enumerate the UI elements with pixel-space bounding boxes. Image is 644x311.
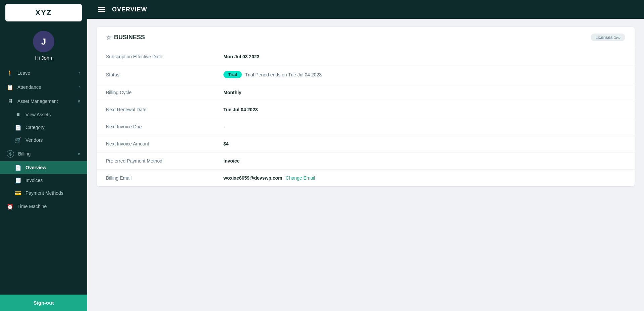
vendors-icon: 🛒 (15, 137, 21, 143)
card-header: ☆ BUSINESS Licenses 1/∞ (97, 27, 635, 48)
sidebar-sub-item-category[interactable]: 📄 Category (0, 121, 87, 134)
sidebar-nav: 🚶 Leave › 📋 Attendance › 🖥 Asset Managem… (0, 63, 87, 295)
app-logo: XYZ (5, 4, 82, 21)
sidebar-sub-item-label: Payment Methods (25, 190, 63, 196)
chevron-down-icon: ∨ (77, 151, 80, 156)
hamburger-menu[interactable] (97, 6, 107, 13)
value-next-invoice-amount: $4 (223, 141, 625, 146)
label-billing-email: Billing Email (106, 175, 223, 181)
list-icon: ≡ (15, 111, 21, 118)
invoices-icon: 🧾 (15, 177, 21, 184)
row-billing-cycle: Billing Cycle Monthly (97, 84, 635, 101)
sidebar-sub-item-payment-methods[interactable]: 💳 Payment Methods (0, 187, 87, 199)
label-next-renewal: Next Renewal Date (106, 107, 223, 112)
value-next-renewal: Tue Jul 04 2023 (223, 107, 625, 112)
row-next-invoice-amount: Next Invoice Amount $4 (97, 135, 635, 152)
label-status: Status (106, 72, 223, 77)
value-billing-email: woxixe6659@devswp.com Change Email (223, 175, 625, 181)
avatar: J (33, 31, 54, 52)
overview-icon: 📄 (15, 164, 21, 171)
top-header: OVERVIEW (87, 0, 644, 19)
chevron-right-icon: › (79, 71, 80, 75)
trial-period-text: Trial Period ends on Tue Jul 04 2023 (245, 72, 322, 77)
chevron-right-icon: › (79, 85, 80, 89)
sidebar-item-label: Billing (18, 151, 73, 157)
main-content: ☆ BUSINESS Licenses 1/∞ Subscription Eff… (87, 19, 644, 311)
label-next-invoice-amount: Next Invoice Amount (106, 141, 223, 146)
sidebar-item-label: Time Machine (17, 204, 80, 209)
value-status: Trial Trial Period ends on Tue Jul 04 20… (223, 71, 625, 78)
sidebar-item-asset-management[interactable]: 🖥 Asset Management ∨ (0, 94, 87, 108)
row-status: Status Trial Trial Period ends on Tue Ju… (97, 65, 635, 84)
trial-badge: Trial (223, 71, 242, 78)
star-icon: ☆ (106, 34, 111, 41)
sidebar-item-label: Asset Management (17, 99, 73, 104)
label-preferred-payment: Preferred Payment Method (106, 158, 223, 164)
value-preferred-payment: Invoice (223, 158, 625, 164)
sidebar-item-attendance[interactable]: 📋 Attendance › (0, 80, 87, 94)
sidebar-sub-item-overview[interactable]: 📄 Overview (0, 161, 87, 174)
row-billing-email: Billing Email woxixe6659@devswp.com Chan… (97, 170, 635, 186)
user-greeting: Hi John (35, 55, 52, 61)
change-email-link[interactable]: Change Email (286, 175, 315, 181)
card-title: ☆ BUSINESS (106, 34, 145, 41)
main-wrapper: OVERVIEW ☆ BUSINESS Licenses 1/∞ Subscri… (87, 0, 644, 311)
chevron-down-icon: ∨ (77, 99, 80, 104)
sidebar-sub-item-vendors[interactable]: 🛒 Vendors (0, 134, 87, 146)
sidebar-sub-item-view-assets[interactable]: ≡ View Assets (0, 108, 87, 121)
asset-management-icon: 🖥 (7, 98, 13, 105)
sidebar-item-billing[interactable]: $ Billing ∨ (0, 146, 87, 161)
row-next-invoice-due: Next Invoice Due - (97, 118, 635, 135)
sidebar-item-label: Attendance (17, 84, 75, 90)
value-billing-cycle: Monthly (223, 90, 625, 95)
label-next-invoice-due: Next Invoice Due (106, 124, 223, 129)
sidebar: XYZ J Hi John 🚶 Leave › 📋 Attendance › 🖥… (0, 0, 87, 311)
sidebar-sub-item-label: Vendors (25, 137, 43, 143)
sidebar-sub-item-label: Overview (25, 165, 46, 170)
leave-icon: 🚶 (7, 70, 13, 76)
row-preferred-payment: Preferred Payment Method Invoice (97, 152, 635, 170)
sign-out-button[interactable]: Sign-out (0, 295, 87, 311)
label-billing-cycle: Billing Cycle (106, 90, 223, 95)
sidebar-sub-item-label: Invoices (25, 178, 43, 183)
user-avatar-section: J Hi John (0, 25, 87, 63)
sidebar-sub-item-label: View Assets (25, 112, 51, 117)
value-subscription-date: Mon Jul 03 2023 (223, 54, 625, 59)
value-next-invoice-due: - (223, 124, 625, 129)
overview-card: ☆ BUSINESS Licenses 1/∞ Subscription Eff… (97, 27, 635, 186)
sidebar-sub-item-label: Category (25, 125, 45, 130)
label-subscription-date: Subscription Effective Date (106, 54, 223, 59)
category-icon: 📄 (15, 124, 21, 131)
sidebar-sub-item-invoices[interactable]: 🧾 Invoices (0, 174, 87, 187)
email-address: woxixe6659@devswp.com (223, 175, 282, 181)
time-machine-icon: ⏰ (7, 203, 13, 210)
payment-methods-icon: 💳 (15, 190, 21, 196)
attendance-icon: 📋 (7, 84, 13, 90)
page-title: OVERVIEW (112, 6, 147, 13)
sidebar-item-leave[interactable]: 🚶 Leave › (0, 66, 87, 80)
row-subscription-date: Subscription Effective Date Mon Jul 03 2… (97, 48, 635, 65)
billing-icon: $ (7, 150, 14, 158)
sidebar-item-label: Leave (17, 70, 75, 76)
licenses-badge: Licenses 1/∞ (591, 34, 625, 41)
sidebar-item-time-machine[interactable]: ⏰ Time Machine (0, 199, 87, 213)
business-title: BUSINESS (114, 34, 145, 41)
row-next-renewal: Next Renewal Date Tue Jul 04 2023 (97, 101, 635, 118)
